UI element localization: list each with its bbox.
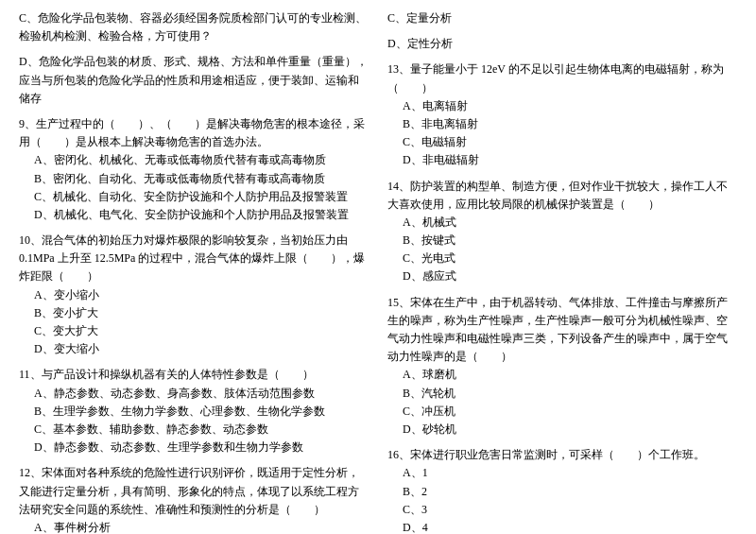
q10-text: 10、混合气体的初始压力对爆炸极限的影响较复杂，当初始压力由 0.1MPa 上升… xyxy=(19,232,369,286)
question-10: 10、混合气体的初始压力对爆炸极限的影响较复杂，当初始压力由 0.1MPa 上升… xyxy=(19,232,369,358)
q11-option-c: C、基本参数、辅助参数、静态参数、动态参数 xyxy=(34,421,369,439)
q11-option-a: A、静态参数、动态参数、身高参数、肢体活动范围参数 xyxy=(34,385,369,403)
q14-option-d: D、感应式 xyxy=(403,267,737,285)
q10-option-c: C、变大扩大 xyxy=(34,322,369,340)
q-c-warning-text: C、危险化学品包装物、容器必须经国务院质检部门认可的专业检测、检验机构检测、检验… xyxy=(19,9,369,45)
question-13: 13、量子能量小于 12eV 的不足以引起生物体电离的电磁辐射，称为（ ） A、… xyxy=(387,60,737,169)
q14-option-b: B、按键式 xyxy=(403,232,737,250)
q11-option-d: D、静态参数、动态参数、生理学参数和生物力学参数 xyxy=(34,439,369,456)
q11-option-b: B、生理学参数、生物力学参数、心理参数、生物化学参数 xyxy=(34,403,369,421)
q-c-right-text: C、定量分析 xyxy=(387,9,737,27)
q10-option-b: B、变小扩大 xyxy=(34,304,369,322)
q12-text: 12、宋体面对各种系统的危险性进行识别评价，既适用于定性分析，又能进行定量分析，… xyxy=(19,464,369,519)
q11-text: 11、与产品设计和操纵机器有关的人体特性参数是（ ） xyxy=(19,366,369,384)
question-c-right: C、定量分析 xyxy=(387,9,737,27)
q13-option-a: A、电离辐射 xyxy=(403,97,737,115)
q16-option-c: C、3 xyxy=(403,501,737,519)
page: C、危险化学品包装物、容器必须经国务院质检部门认可的专业检测、检验机构检测、检验… xyxy=(19,9,737,534)
q9-text: 9、生产过程中的（ ）、（ ）是解决毒物危害的根本途径，采用（ ）是从根本上解决… xyxy=(19,115,369,151)
q15-option-d: D、砂轮机 xyxy=(403,421,737,439)
q9-option-a: A、密闭化、机械化、无毒或低毒物质代替有毒或高毒物质 xyxy=(34,151,369,169)
q13-option-b: B、非电离辐射 xyxy=(403,115,737,133)
right-column: C、定量分析 D、定性分析 13、量子能量小于 12eV 的不足以引起生物体电离… xyxy=(387,9,737,534)
question-12: 12、宋体面对各种系统的危险性进行识别评价，既适用于定性分析，又能进行定量分析，… xyxy=(19,464,369,534)
q14-option-c: C、光电式 xyxy=(403,250,737,267)
question-16: 16、宋体进行职业危害日常监测时，可采样（ ）个工作班。 A、1 B、2 C、3… xyxy=(387,446,737,534)
q15-option-c: C、冲压机 xyxy=(403,403,737,421)
q15-text: 15、宋体在生产中，由于机器转动、气体排放、工件撞击与摩擦所产生的噪声，称为生产… xyxy=(387,294,737,367)
q9-option-b: B、密闭化、自动化、无毒或低毒物质代替有毒或高毒物质 xyxy=(34,170,369,188)
q13-text: 13、量子能量小于 12eV 的不足以引起生物体电离的电磁辐射，称为（ ） xyxy=(387,60,737,96)
q16-text: 16、宋体进行职业危害日常监测时，可采样（ ）个工作班。 xyxy=(387,446,737,464)
q9-option-c: C、机械化、自动化、安全防护设施和个人防护用品及报警装置 xyxy=(34,188,369,206)
question-d-warning: D、危险化学品包装的材质、形式、规格、方法和单件重量（重量），应当与所包装的危险… xyxy=(19,53,369,108)
left-column: C、危险化学品包装物、容器必须经国务院质检部门认可的专业检测、检验机构检测、检验… xyxy=(19,9,369,534)
question-15: 15、宋体在生产中，由于机器转动、气体排放、工件撞击与摩擦所产生的噪声，称为生产… xyxy=(387,294,737,439)
q13-option-d: D、非电磁辐射 xyxy=(403,151,737,169)
q-d-warning-text: D、危险化学品包装的材质、形式、规格、方法和单件重量（重量），应当与所包装的危险… xyxy=(19,53,369,108)
question-11: 11、与产品设计和操纵机器有关的人体特性参数是（ ） A、静态参数、动态参数、身… xyxy=(19,366,369,456)
q9-option-d: D、机械化、电气化、安全防护设施和个人防护用品及报警装置 xyxy=(34,206,369,224)
q16-option-b: B、2 xyxy=(403,483,737,501)
q10-option-a: A、变小缩小 xyxy=(34,286,369,304)
q14-option-a: A、机械式 xyxy=(403,214,737,232)
q-d-right-text: D、定性分析 xyxy=(387,35,737,53)
q10-option-d: D、变大缩小 xyxy=(34,340,369,358)
question-d-right: D、定性分析 xyxy=(387,35,737,53)
q15-option-a: A、球磨机 xyxy=(403,366,737,384)
question-c-warning: C、危险化学品包装物、容器必须经国务院质检部门认可的专业检测、检验机构检测、检验… xyxy=(19,9,369,45)
q13-option-c: C、电磁辐射 xyxy=(403,133,737,151)
q12-option-a: A、事件树分析 xyxy=(34,519,369,534)
q15-option-b: B、汽轮机 xyxy=(403,385,737,403)
question-9: 9、生产过程中的（ ）、（ ）是解决毒物危害的根本途径，采用（ ）是从根本上解决… xyxy=(19,115,369,224)
content-columns: C、危险化学品包装物、容器必须经国务院质检部门认可的专业检测、检验机构检测、检验… xyxy=(19,9,737,534)
q16-option-a: A、1 xyxy=(403,464,737,482)
q16-option-d: D、4 xyxy=(403,519,737,534)
question-14: 14、防护装置的构型单、制造方便，但对作业干扰较大，操作工人不大喜欢使用，应用比… xyxy=(387,178,737,286)
q14-text: 14、防护装置的构型单、制造方便，但对作业干扰较大，操作工人不大喜欢使用，应用比… xyxy=(387,178,737,214)
